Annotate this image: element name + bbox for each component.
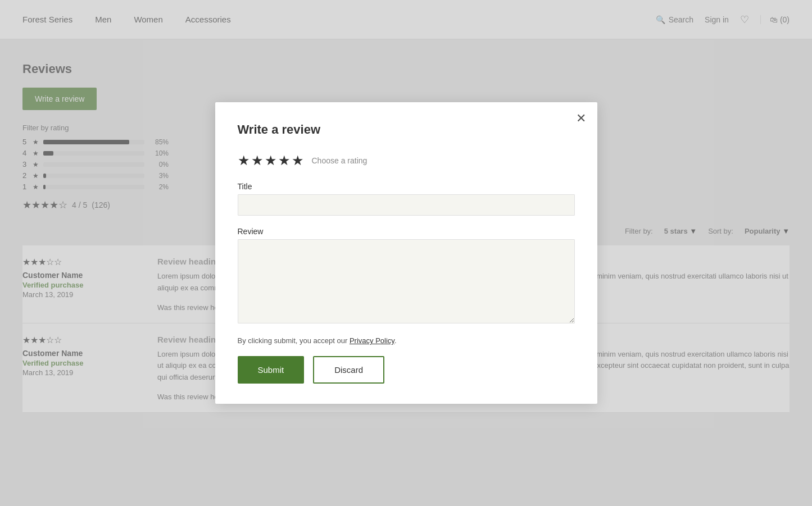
modal-title: Write a review bbox=[238, 122, 575, 137]
review-form-group: Review bbox=[238, 227, 575, 325]
modal-actions: Submit Discard bbox=[238, 356, 575, 384]
star-rating-icons[interactable]: ★★★★★ bbox=[238, 153, 305, 168]
submit-button[interactable]: Submit bbox=[238, 356, 305, 384]
privacy-policy-link[interactable]: Privacy Policy bbox=[350, 336, 394, 345]
write-review-modal: Write a review ✕ ★★★★★ Choose a rating T… bbox=[215, 102, 597, 404]
star-rating-row: ★★★★★ Choose a rating bbox=[238, 153, 575, 168]
title-input[interactable] bbox=[238, 194, 575, 216]
title-label: Title bbox=[238, 182, 575, 191]
modal-close-button[interactable]: ✕ bbox=[576, 112, 586, 125]
privacy-text: By clicking submit, you accept our Priva… bbox=[238, 336, 575, 345]
title-form-group: Title bbox=[238, 182, 575, 216]
modal-overlay[interactable]: Write a review ✕ ★★★★★ Choose a rating T… bbox=[0, 0, 812, 506]
review-label: Review bbox=[238, 227, 575, 236]
discard-button[interactable]: Discard bbox=[313, 356, 384, 384]
review-textarea[interactable] bbox=[238, 239, 575, 323]
choose-rating-text: Choose a rating bbox=[312, 156, 368, 165]
